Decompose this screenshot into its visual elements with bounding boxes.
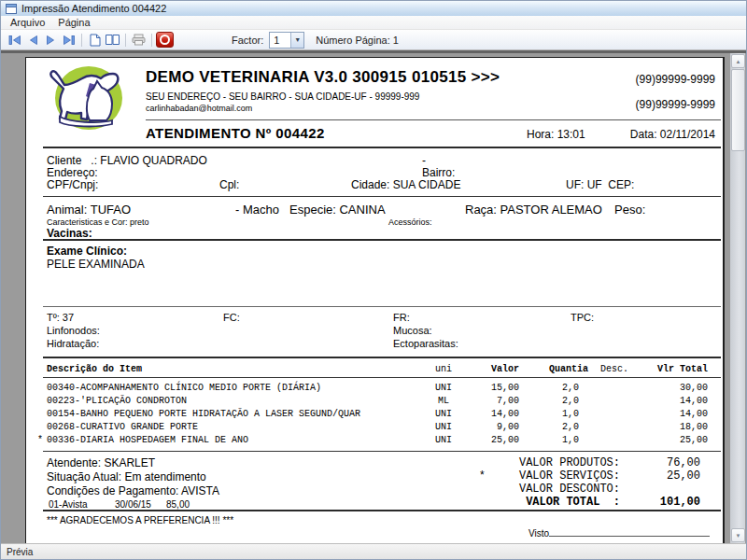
situacao-value: Situação Atual: Em atendimento	[47, 470, 206, 483]
phone-1: (99)99999-9999	[636, 73, 715, 86]
title-bar: Impressão Atendimento 004422	[1, 1, 746, 16]
row-uni: UNI	[428, 422, 459, 432]
row-uni: UNI	[428, 383, 459, 393]
vital-fc: FC:	[223, 312, 240, 323]
status-bar: Prévia	[1, 543, 746, 559]
next-page-icon	[44, 35, 58, 46]
atendimento-number: ATENDIMENTO Nº 004422	[146, 125, 325, 141]
toolbar-separator	[151, 34, 152, 47]
row-uni: UNI	[428, 409, 459, 419]
factor-label: Factor:	[232, 35, 263, 46]
row-valor: 15,00	[456, 383, 519, 393]
company-address: SEU ENDEREÇO - SEU BAIRRO - SUA CIDADE-U…	[146, 91, 419, 102]
vital-fr: FR:	[393, 312, 410, 323]
single-page-view-button[interactable]	[86, 32, 104, 48]
window-title: Impressão Atendimento 004422	[21, 3, 166, 14]
total-label: VALOR TOTAL :	[489, 496, 620, 509]
condicoes-value: Condições de Pagamento: AVISTA	[47, 484, 219, 497]
exame-clinico-text: PELE EXAMINADA	[47, 258, 145, 271]
col-header-desconto: Desc.	[594, 364, 635, 374]
row-total: 30,00	[639, 383, 708, 393]
company-email: carlinhabadan@hotmail.com	[146, 104, 252, 113]
preview-area: DEMO VETERINARIA V3.0 300915 010515 >>> …	[1, 50, 746, 543]
menu-bar: Arquivo Página	[1, 16, 746, 30]
toolbar-separator	[125, 34, 126, 47]
row-desc: 00154-BANHO PEQUENO PORTE HIDRATAÇÃO A L…	[47, 409, 360, 419]
row-quantia: 1,0	[521, 435, 579, 445]
last-page-button[interactable]	[60, 32, 78, 48]
next-page-button[interactable]	[42, 32, 60, 48]
pagamento-forma: 01-Avista	[49, 499, 88, 510]
visto-field: Visto	[529, 526, 710, 539]
zoom-factor-dropdown[interactable]: 1 ▼	[269, 32, 304, 49]
row-quantia: 2,0	[521, 396, 579, 406]
scroll-down-button[interactable]: ▼	[731, 528, 745, 542]
animal-caracteristicas: Caracteristicas e Cor: preto	[47, 217, 149, 227]
row-valor: 25,00	[456, 435, 519, 445]
total-value: 76,00	[624, 456, 700, 469]
first-page-button[interactable]	[7, 32, 24, 48]
row-total: 25,00	[639, 435, 708, 445]
zoom-factor-value: 1	[270, 33, 290, 48]
total-label: VALOR SERVIÇOS:	[489, 469, 620, 483]
cliente-dash: -	[422, 154, 426, 167]
two-page-icon	[105, 34, 120, 46]
row-valor: 7,00	[456, 396, 519, 406]
scrollbar-thumb[interactable]	[731, 69, 745, 151]
chevron-down-icon[interactable]: ▼	[290, 33, 303, 48]
phone-2: (99)99999-9999	[636, 98, 715, 111]
row-valor: 14,00	[456, 409, 519, 419]
scroll-up-button[interactable]: ▲	[731, 54, 745, 68]
total-star: *	[474, 469, 486, 483]
previous-page-icon	[26, 35, 40, 46]
row-desc: 00268-CURATIVO GRANDE PORTE	[47, 422, 198, 432]
printer-icon	[132, 34, 146, 46]
col-header-uni: uni	[428, 364, 459, 374]
bairro-label: Bairro:	[422, 166, 455, 179]
vital-hidratacao: Hidratação:	[47, 338, 99, 349]
single-page-icon	[90, 34, 101, 47]
total-value: 25,00	[624, 469, 700, 483]
vital-ectoparasitas: Ectoparasitas:	[393, 338, 458, 349]
row-uni: ML	[428, 396, 459, 406]
animal-especie: Especie: CANINA	[289, 203, 386, 217]
animal-name: Animal: TUFAO	[47, 203, 131, 217]
last-page-icon	[62, 35, 76, 46]
document-page: DEMO VETERINARIA V3.0 300915 010515 >>> …	[25, 57, 725, 543]
animal-raca: Raça: PASTOR ALEMAO	[465, 203, 602, 217]
menu-pagina[interactable]: Página	[51, 17, 96, 28]
power-icon	[160, 35, 170, 45]
total-label: VALOR DESCONTO:	[489, 483, 620, 496]
previous-page-button[interactable]	[24, 32, 42, 48]
animal-sexo: - Macho	[235, 203, 279, 217]
toolbar: Factor: 1 ▼ Número Página: 1	[1, 30, 746, 50]
visto-signature-line	[549, 526, 710, 537]
exame-clinico-title: Exame Clínico:	[47, 245, 127, 258]
cidade-value: Cidade: SUA CIDADE	[351, 178, 460, 191]
menu-arquivo[interactable]: Arquivo	[4, 17, 51, 28]
cpl-label: Cpl:	[219, 178, 239, 191]
col-header-quantia: Quantia	[529, 364, 588, 374]
visto-label: Visto	[529, 528, 549, 539]
row-quantia: 2,0	[521, 422, 579, 432]
hora-label: Hora: 13:01	[527, 128, 585, 141]
company-name: DEMO VETERINARIA V3.0 300915 010515 >>>	[146, 68, 500, 87]
print-preview-window: Impressão Atendimento 004422 Arquivo Pág…	[0, 0, 747, 560]
close-preview-button[interactable]	[156, 32, 174, 48]
toolbar-separator	[81, 34, 82, 47]
animal-peso: Peso:	[614, 203, 645, 217]
row-quantia: 2,0	[521, 383, 579, 393]
row-total: 18,00	[639, 422, 708, 432]
cliente-value: FLAVIO QUADRADO	[100, 154, 206, 167]
endereco-label: Endereço:	[47, 166, 98, 179]
print-button[interactable]	[130, 32, 148, 48]
clinic-logo	[41, 63, 136, 133]
vertical-scrollbar[interactable]: ▲ ▼	[730, 53, 745, 543]
two-page-view-button[interactable]	[104, 32, 121, 48]
vacinas-label: Vacinas:	[47, 227, 92, 240]
row-desc: 00223-'PLICAÇÃO CONDROTON	[47, 396, 187, 406]
pagamento-valor: 85,00	[166, 499, 190, 510]
row-total: 14,00	[639, 396, 708, 406]
cliente-row: Cliente .: FLAVIO QUADRADO	[47, 154, 207, 167]
vital-temp: Tº: 37	[47, 312, 74, 323]
